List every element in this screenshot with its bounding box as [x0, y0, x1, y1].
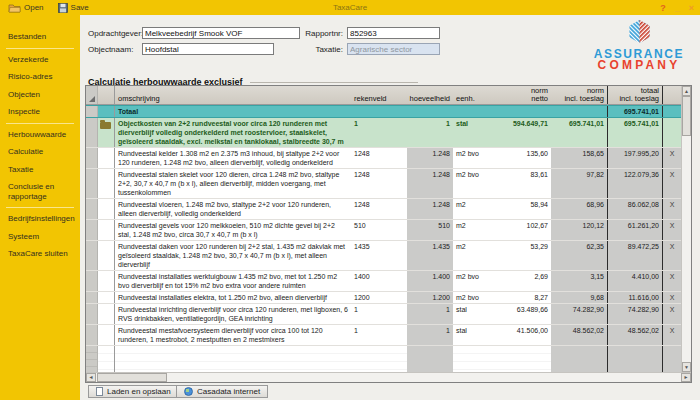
row-selector-cell [86, 325, 98, 345]
rekenveld-cell[interactable]: 1 [351, 118, 407, 147]
eenheid-cell: m2 [453, 199, 493, 219]
sidebar-item-taxatie[interactable]: Taxatie [0, 161, 80, 179]
table-row[interactable]: Rundveestal kelder 1.308 m2 en 2.375 m3 … [86, 148, 681, 169]
totaal-cell: 695.741,01 [607, 118, 663, 147]
section-divider-line [250, 82, 418, 83]
norm-netto-cell: 102,67 [493, 220, 551, 240]
save-label: Save [71, 3, 89, 12]
sidebar-item-calculatie[interactable]: Calculatie [0, 143, 80, 161]
scroll-down-icon[interactable]: ▼ [682, 362, 691, 372]
norm-toeslag-header[interactable]: norm incl. toeslag [551, 86, 607, 104]
table-row[interactable]: Rundveestal installaties elektra, tot 1.… [86, 292, 681, 304]
rekenveld-cell[interactable] [351, 106, 407, 117]
sidebar-item-inspectie[interactable]: Inspectie [0, 103, 80, 121]
norm-netto-cell: 63.489,66 [493, 304, 551, 324]
table-row[interactable]: Rundveestal stalen skelet voor 120 diere… [86, 169, 681, 199]
norm-netto-cell: 135,60 [493, 148, 551, 168]
objectnaam-input[interactable] [142, 43, 274, 55]
omschrijving-header[interactable]: omschrijving [115, 86, 351, 104]
totaal-toeslag-header[interactable]: totaal incl. toeslag [607, 86, 663, 104]
horizontal-scroll-thumb[interactable] [97, 373, 167, 382]
row-selector-cell [86, 199, 98, 219]
delete-cell[interactable]: X [663, 325, 681, 345]
logo-hexagon-icon [628, 19, 651, 44]
delete-cell[interactable]: X [663, 241, 681, 270]
hoeveelheid-cell: 1 [407, 304, 453, 324]
rekenveld-cell[interactable]: 1200 [351, 292, 407, 303]
norm-netto-cell: 2,69 [493, 271, 551, 291]
delete-cell[interactable]: X [663, 169, 681, 198]
rekenveld-cell[interactable]: 1248 [351, 199, 407, 219]
vertical-scrollbar[interactable]: ▲ ▼ [681, 86, 691, 372]
rekenveld-header[interactable]: rekenveld [351, 86, 407, 104]
open-button[interactable]: Open [8, 3, 44, 13]
hoeveelheid-cell: 1.200 [407, 292, 453, 303]
table-row[interactable]: Rundveestal mestafvoersysteem dierverbli… [86, 325, 681, 346]
scroll-left-icon[interactable]: ◄ [86, 373, 96, 382]
casadata-internet-button[interactable]: Casadata internet [176, 385, 268, 398]
scroll-up-icon[interactable]: ▲ [682, 86, 691, 96]
sidebar-item-systeem[interactable]: Systeem [0, 228, 80, 246]
norm-toeslag-cell: 695.741,01 [551, 118, 607, 147]
open-label: Open [24, 3, 44, 12]
table-row[interactable]: Rundveestal gevels voor 120 melkkoeien, … [86, 220, 681, 241]
rapportnr-input[interactable] [347, 27, 440, 39]
omschrijving-cell: Rundveestal inrichting dierverblijf voor… [115, 304, 351, 324]
delete-cell[interactable]: X [663, 199, 681, 219]
table-row[interactable]: Objectkosten van 2+2 rundveestal voor ci… [86, 118, 681, 148]
rekenveld-cell[interactable]: 1248 [351, 169, 407, 198]
rekenveld-cell[interactable]: 1 [351, 304, 407, 324]
row-icon-cell [98, 325, 115, 345]
vertical-scroll-thumb[interactable] [682, 96, 691, 136]
norm-netto-header[interactable]: norm netto [493, 86, 551, 104]
close-icon[interactable]: × [689, 3, 694, 13]
delete-cell[interactable]: X [663, 292, 681, 303]
minimize-icon[interactable]: _ [675, 3, 680, 13]
rekenveld-cell[interactable]: 510 [351, 220, 407, 240]
rekenveld-cell[interactable]: 1248 [351, 148, 407, 168]
icon-header-cell[interactable] [98, 86, 115, 104]
delete-cell[interactable]: X [663, 304, 681, 324]
sidebar-item-risico-adres[interactable]: Risico-adres [0, 68, 80, 86]
rekenveld-cell[interactable]: 1 [351, 325, 407, 345]
norm-netto-cell [493, 106, 551, 117]
hoeveelheid-cell: 1 [407, 325, 453, 345]
open-folder-icon [8, 3, 21, 13]
rekenveld-cell[interactable]: 1400 [351, 271, 407, 291]
sidebar-item-herbouwwaarde[interactable]: Herbouwwaarde [0, 126, 80, 144]
table-row[interactable]: Rundveestal daken voor 120 runderen bij … [86, 241, 681, 271]
table-row[interactable]: Totaal695.741,01 [86, 105, 681, 118]
norm-toeslag-cell: 68,96 [551, 199, 607, 219]
sidebar-item-bedrijfsinstellingen[interactable]: Bedrijfsinstellingen [0, 210, 80, 228]
row-icon-cell [98, 199, 115, 219]
scroll-right-icon[interactable]: ► [681, 373, 691, 382]
sidebar-item-taxacare-sluiten[interactable]: TaxaCare sluiten [0, 245, 80, 263]
norm-netto-cell: 83,61 [493, 169, 551, 198]
sidebar-item-conclusie-en-rapportage[interactable]: Conclusie en rapportage [0, 178, 80, 205]
norm-netto-cell: 8,27 [493, 292, 551, 303]
table-row[interactable]: Rundveestal installaties werktuigbouw 1.… [86, 271, 681, 292]
table-row[interactable]: Rundveestal inrichting dierverblijf voor… [86, 304, 681, 325]
row-icon-cell [98, 169, 115, 198]
taxatie-input[interactable] [347, 43, 440, 55]
rekenveld-cell[interactable]: 1435 [351, 241, 407, 270]
sidebar: BestandenVerzekerdeRisico-adresObjectenI… [0, 15, 80, 400]
laden-en-opslaan-button[interactable]: Laden en opslaan [88, 385, 179, 398]
sidebar-item-objecten[interactable]: Objecten [0, 86, 80, 104]
delete-cell[interactable]: X [663, 148, 681, 168]
sidebar-item-bestanden[interactable]: Bestanden [0, 28, 80, 46]
table-row[interactable]: Rundveestal vloeren, 1.248 m2 bvo, stalt… [86, 199, 681, 220]
delete-cell[interactable]: X [663, 271, 681, 291]
hoeveelheid-cell: 510 [407, 220, 453, 240]
sidebar-item-verzekerde[interactable]: Verzekerde [0, 51, 80, 69]
hoeveelheid-header[interactable]: hoeveelheid [407, 86, 453, 104]
help-icon[interactable]: ? [660, 3, 666, 13]
sort-header-cell[interactable] [86, 86, 98, 104]
horizontal-scrollbar[interactable]: ◄ ► [86, 372, 691, 382]
save-button[interactable]: Save [58, 3, 89, 13]
row-selector-cell [86, 304, 98, 324]
eenheid-cell: m2 bvo [453, 292, 493, 303]
delete-cell[interactable]: X [663, 220, 681, 240]
eenheid-header[interactable]: eenh. [453, 86, 493, 104]
hoeveelheid-cell: 1.248 [407, 169, 453, 198]
